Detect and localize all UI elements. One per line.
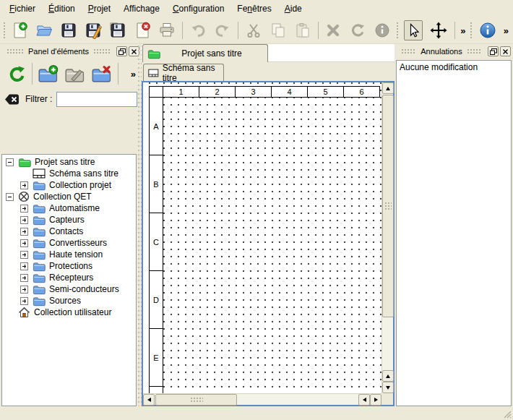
- tree-item-collection-projet[interactable]: Collection projet: [2, 179, 136, 191]
- rotate-button[interactable]: [348, 20, 367, 40]
- print-button[interactable]: [158, 20, 176, 40]
- undo-history-list[interactable]: Aucune modification: [396, 60, 512, 406]
- delete-button[interactable]: [324, 20, 342, 40]
- undo-list-item[interactable]: Aucune modification: [400, 62, 508, 72]
- diagram-canvas[interactable]: 1 2 3 4 5 6 A B C D E: [143, 82, 381, 393]
- blue-folder-icon: [33, 203, 46, 214]
- toolbar-drag-handle[interactable]: [3, 22, 6, 39]
- close-panel-button[interactable]: [500, 46, 511, 56]
- column-header: 5: [308, 86, 344, 98]
- save-all-button[interactable]: [108, 20, 127, 40]
- scroll-left-button-2[interactable]: [358, 394, 370, 406]
- filter-input[interactable]: [56, 92, 137, 107]
- menu-configuration[interactable]: Configuration: [166, 1, 230, 16]
- tree-item-haute-tension[interactable]: Haute tension: [2, 249, 136, 260]
- menu-fenetres[interactable]: Fenêtres: [230, 1, 277, 16]
- open-document-button[interactable]: [35, 20, 53, 40]
- menu-fichier[interactable]: Fichier: [3, 1, 42, 16]
- edit-category-button[interactable]: [64, 62, 86, 85]
- tree-item-automatisme[interactable]: Automatisme: [2, 202, 136, 214]
- move-tool-button[interactable]: [428, 20, 449, 40]
- scroll-left-button[interactable]: [143, 394, 155, 406]
- tree-item-schema-sans-titre[interactable]: Schéma sans titre: [2, 168, 136, 179]
- column-header: 3: [236, 86, 272, 98]
- collapse-expander-icon[interactable]: [6, 193, 14, 201]
- expand-expander-icon[interactable]: [20, 286, 28, 293]
- elements-panel-titlebar[interactable]: Panel d'éléments: [0, 44, 142, 59]
- tree-item-protections[interactable]: Protections: [2, 260, 136, 272]
- tree-item-projet-sans-titre[interactable]: Projet sans titre: [2, 156, 136, 168]
- collapse-expander-icon[interactable]: [6, 158, 14, 166]
- diagram-view[interactable]: 1 2 3 4 5 6 A B C D E: [142, 81, 395, 406]
- reload-collections-button[interactable]: [5, 62, 27, 85]
- toolbar-drag-handle[interactable]: [470, 22, 473, 39]
- reload-icon: [7, 64, 27, 84]
- tree-item-collection-utilisateur[interactable]: Collection utilisateur: [2, 307, 136, 318]
- tree-item-label: Contacts: [49, 226, 83, 237]
- about-qet-button[interactable]: [478, 20, 498, 40]
- float-panel-button[interactable]: [116, 46, 127, 56]
- delete-category-button[interactable]: [91, 62, 113, 85]
- redo-button[interactable]: [213, 20, 232, 40]
- new-category-button[interactable]: [37, 62, 59, 85]
- scroll-up-button-2[interactable]: [382, 370, 394, 382]
- expand-expander-icon[interactable]: [20, 297, 28, 305]
- element-info-button[interactable]: [373, 20, 392, 40]
- tree-item-convertisseurs[interactable]: Convertisseurs: [2, 237, 136, 249]
- undo-button[interactable]: [189, 20, 207, 40]
- toolbar-separator: [318, 22, 319, 39]
- row-header: E: [149, 329, 163, 387]
- menu-affichage[interactable]: Affichage: [117, 1, 166, 16]
- tree-item-recepteurs[interactable]: Récepteurs: [2, 272, 136, 283]
- expand-expander-icon[interactable]: [20, 262, 28, 270]
- menu-edition[interactable]: Édition: [42, 1, 82, 16]
- close-document-button[interactable]: [133, 20, 152, 40]
- scroll-right-button[interactable]: [370, 394, 381, 406]
- horizontal-scroll-thumb[interactable]: [155, 394, 237, 406]
- tab-schema-sans-titre[interactable]: Schéma sans titre: [143, 64, 224, 81]
- expand-expander-icon[interactable]: [20, 228, 28, 236]
- expand-expander-icon[interactable]: [20, 274, 28, 282]
- tree-item-capteurs[interactable]: Capteurs: [2, 214, 136, 226]
- menu-aide[interactable]: Aide: [278, 1, 309, 16]
- scroll-down-button[interactable]: [382, 382, 394, 393]
- close-icon: [502, 48, 509, 55]
- paste-button[interactable]: [293, 20, 312, 40]
- expand-expander-icon[interactable]: [20, 181, 28, 189]
- vertical-scroll-thumb[interactable]: [382, 95, 394, 317]
- row-header: C: [149, 213, 163, 271]
- toolbar-overflow-chevron[interactable]: »: [501, 25, 512, 36]
- cut-button[interactable]: [244, 20, 263, 40]
- elements-tree: Projet sans titre Schéma sans titre Coll…: [1, 154, 137, 406]
- toolbar-drag-handle[interactable]: [396, 22, 399, 39]
- resize-grip-icon[interactable]: [502, 409, 512, 419]
- toolbar-overflow-chevron[interactable]: »: [457, 25, 468, 36]
- copy-button[interactable]: [269, 20, 288, 40]
- save-button[interactable]: [59, 20, 78, 40]
- float-icon: [490, 48, 497, 55]
- expand-expander-icon[interactable]: [20, 205, 28, 213]
- horizontal-scrollbar[interactable]: [143, 393, 381, 405]
- tree-item-semi-conducteurs[interactable]: Semi-conducteurs: [2, 283, 136, 295]
- float-panel-button[interactable]: [488, 46, 499, 56]
- qet-logo-icon: [18, 191, 30, 202]
- scrollbar-corner: [381, 393, 393, 405]
- new-document-button[interactable]: [10, 20, 29, 40]
- clear-filter-icon[interactable]: [4, 93, 20, 106]
- elements-panel-toolbar: »: [0, 59, 142, 89]
- tree-item-sources[interactable]: Sources: [2, 295, 136, 307]
- tab-projet-sans-titre[interactable]: Projet sans titre: [142, 44, 268, 62]
- select-tool-button[interactable]: [404, 20, 423, 40]
- tree-item-contacts[interactable]: Contacts: [2, 226, 136, 237]
- undo-panel-titlebar[interactable]: Annulations: [395, 44, 513, 59]
- expand-expander-icon[interactable]: [20, 239, 28, 247]
- vertical-scrollbar[interactable]: [381, 82, 393, 393]
- expand-expander-icon[interactable]: [20, 216, 28, 224]
- expand-expander-icon[interactable]: [20, 251, 28, 259]
- tree-item-collection-qet[interactable]: Collection QET: [2, 191, 136, 202]
- project-tab-bar: Projet sans titre: [142, 44, 395, 62]
- undo-panel-dock: Annulations Aucune modification: [395, 44, 513, 406]
- menu-projet[interactable]: Projet: [82, 1, 117, 16]
- scroll-up-button[interactable]: [382, 82, 394, 94]
- save-as-button[interactable]: [84, 20, 103, 40]
